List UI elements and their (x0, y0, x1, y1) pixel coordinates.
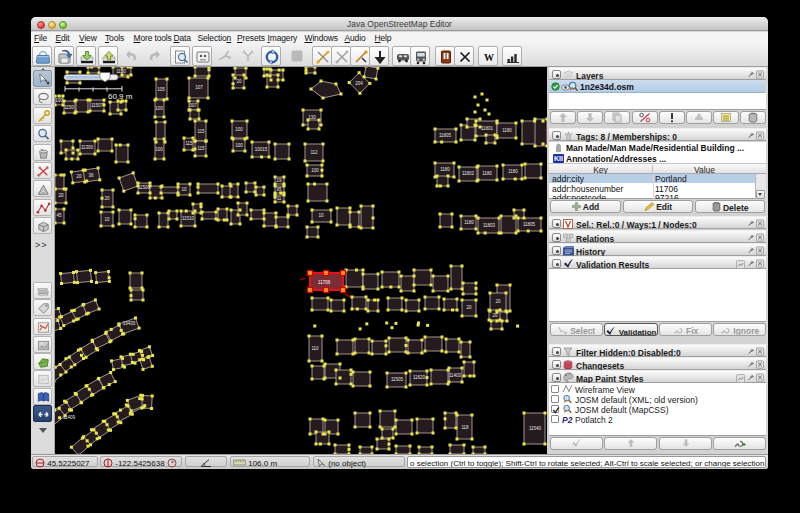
svg-text:11300: 11300 (81, 145, 94, 150)
svg-text:95: 95 (276, 187, 282, 192)
svg-text:10015: 10015 (255, 147, 268, 152)
svg-text:100: 100 (55, 98, 63, 103)
svg-text:11820: 11820 (413, 375, 426, 380)
svg-text:10: 10 (104, 217, 110, 222)
svg-text:20: 20 (76, 174, 82, 179)
svg-text:1150: 1150 (64, 105, 74, 110)
svg-text:20: 20 (466, 305, 472, 310)
svg-text:W: W (484, 51, 494, 62)
svg-text:110: 110 (311, 346, 319, 351)
svg-text:60.9 m: 60.9 m (108, 92, 133, 101)
svg-text:100: 100 (155, 147, 163, 152)
svg-text:115: 115 (197, 129, 205, 134)
svg-text:100: 100 (235, 127, 243, 132)
svg-text:11801: 11801 (481, 126, 494, 131)
svg-text:115: 115 (185, 141, 193, 146)
svg-text:1180: 1180 (502, 128, 512, 133)
svg-text:11803: 11803 (483, 223, 496, 228)
svg-text:1180: 1180 (440, 167, 450, 172)
svg-text:11510: 11510 (182, 216, 195, 221)
svg-text:11403: 11403 (449, 373, 462, 378)
svg-text:20: 20 (492, 313, 498, 318)
svg-text:1180: 1180 (508, 169, 518, 174)
svg-text:11805: 11805 (523, 222, 536, 227)
svg-text:11805: 11805 (439, 133, 452, 138)
svg-text:1180: 1180 (464, 220, 474, 225)
svg-text:107: 107 (195, 85, 203, 90)
svg-text:11500: 11500 (138, 185, 151, 190)
svg-text:130: 130 (308, 115, 316, 120)
svg-text:10: 10 (318, 213, 324, 218)
svg-text:19430: 19430 (123, 321, 136, 326)
svg-text:204: 204 (355, 81, 363, 86)
svg-text:100: 100 (235, 143, 243, 148)
svg-text:007: 007 (189, 103, 197, 108)
svg-text:11802: 11802 (462, 171, 475, 176)
svg-text:20: 20 (104, 196, 110, 201)
svg-text:100: 100 (311, 168, 319, 173)
svg-text:11540: 11540 (529, 426, 542, 431)
svg-text:20: 20 (495, 299, 501, 304)
svg-text:100: 100 (155, 106, 163, 111)
svg-text:11507: 11507 (91, 103, 104, 108)
svg-text:11409: 11409 (63, 415, 76, 420)
svg-text:19: 19 (276, 178, 282, 183)
svg-text:118: 118 (461, 425, 469, 430)
svg-text:20: 20 (58, 193, 64, 198)
svg-text:105: 105 (157, 87, 165, 92)
svg-text:45: 45 (56, 213, 62, 218)
svg-text:11: 11 (277, 196, 282, 201)
svg-text:1180: 1180 (482, 171, 492, 176)
svg-text:112: 112 (310, 150, 318, 155)
svg-text:115: 115 (197, 146, 205, 151)
svg-text:1150: 1150 (116, 69, 126, 74)
svg-text:36: 36 (88, 173, 94, 178)
svg-text:20: 20 (236, 79, 242, 84)
svg-text:11505: 11505 (391, 377, 404, 382)
svg-text:11706: 11706 (318, 280, 331, 285)
svg-text:10: 10 (181, 187, 187, 192)
svg-text:KII: KII (554, 155, 563, 162)
